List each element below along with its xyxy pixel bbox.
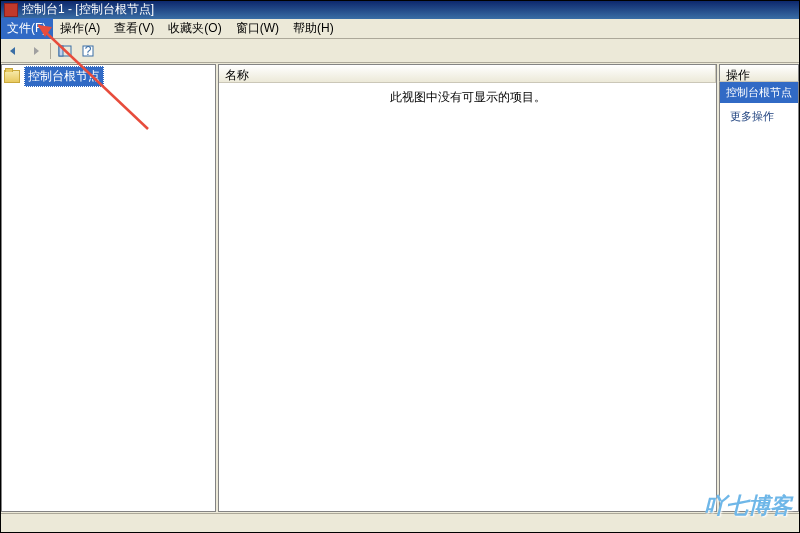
actions-more-link[interactable]: 更多操作 [720, 103, 798, 130]
actions-pane-body: 控制台根节点 更多操作 [719, 82, 799, 512]
svg-rect-1 [59, 46, 63, 56]
toolbar-separator [50, 43, 51, 59]
toolbar: ? [0, 39, 800, 63]
window-title: 控制台1 - [控制台根节点] [22, 1, 154, 18]
statusbar [0, 513, 800, 533]
show-hide-tree-button[interactable] [54, 41, 76, 61]
folder-icon [4, 70, 20, 83]
menu-help[interactable]: 帮助(H) [286, 18, 341, 39]
tree-pane[interactable]: 控制台根节点 [1, 64, 216, 512]
titlebar: 控制台1 - [控制台根节点] [0, 0, 800, 19]
workspace: 控制台根节点 名称 此视图中没有可显示的项目。 操作 控制台根节点 更多操作 [0, 63, 800, 513]
menu-window[interactable]: 窗口(W) [229, 18, 286, 39]
menu-action[interactable]: 操作(A) [53, 18, 107, 39]
menu-favorites[interactable]: 收藏夹(O) [161, 18, 228, 39]
actions-selected-node: 控制台根节点 [720, 82, 798, 103]
back-button[interactable] [2, 41, 24, 61]
tree-root-label: 控制台根节点 [24, 66, 104, 87]
list-body: 此视图中没有可显示的项目。 [219, 83, 716, 511]
list-pane: 名称 此视图中没有可显示的项目。 [218, 64, 717, 512]
actions-pane: 操作 控制台根节点 更多操作 [719, 64, 799, 512]
list-header: 名称 [219, 65, 716, 83]
actions-pane-title: 操作 [719, 64, 799, 82]
tree-root-node[interactable]: 控制台根节点 [2, 65, 215, 88]
forward-button[interactable] [25, 41, 47, 61]
column-name[interactable]: 名称 [219, 65, 716, 82]
svg-text:?: ? [85, 44, 92, 58]
menu-view[interactable]: 查看(V) [107, 18, 161, 39]
menu-file[interactable]: 文件(F) [0, 18, 53, 39]
empty-list-text: 此视图中没有可显示的项目。 [390, 89, 546, 511]
mmc-app-icon [4, 3, 18, 17]
menubar: 文件(F) 操作(A) 查看(V) 收藏夹(O) 窗口(W) 帮助(H) [0, 19, 800, 39]
help-button[interactable]: ? [77, 41, 99, 61]
